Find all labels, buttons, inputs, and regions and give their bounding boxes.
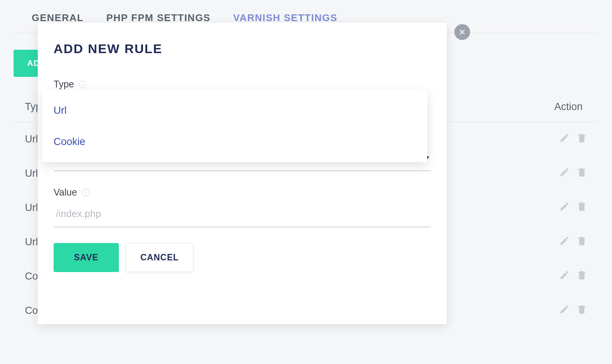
delete-icon[interactable]: [577, 167, 587, 177]
tab-varnish[interactable]: VARNISH SETTINGS: [233, 12, 337, 24]
type-option-url[interactable]: Url: [42, 95, 427, 126]
delete-icon[interactable]: [577, 304, 587, 315]
modal-close[interactable]: [454, 24, 470, 40]
value-label: Value i: [54, 187, 431, 198]
delete-icon[interactable]: [577, 133, 587, 143]
cell-action: [495, 294, 598, 328]
edit-icon[interactable]: [559, 201, 570, 212]
type-dropdown: Url Cookie: [42, 90, 427, 162]
delete-icon[interactable]: [577, 236, 587, 246]
modal-title: ADD NEW RULE: [54, 41, 431, 56]
cell-action: [495, 225, 598, 259]
type-label: Type i: [54, 79, 431, 90]
edit-icon[interactable]: [559, 236, 570, 246]
type-option-cookie[interactable]: Cookie: [42, 126, 427, 158]
close-icon[interactable]: [454, 24, 470, 40]
col-action: Action: [495, 92, 598, 122]
edit-icon[interactable]: [559, 167, 570, 177]
save-button[interactable]: SAVE: [54, 243, 119, 272]
edit-icon[interactable]: [559, 133, 570, 143]
cell-action: [495, 122, 598, 157]
value-input[interactable]: [55, 208, 429, 220]
value-input-row: [54, 202, 431, 227]
value-label-text: Value: [54, 187, 77, 198]
modal-actions: SAVE CANCEL: [54, 243, 431, 272]
add-rule-modal: ADD NEW RULE Type i Exclude Value i SAVE…: [38, 23, 447, 324]
edit-icon[interactable]: [559, 270, 570, 280]
cancel-button[interactable]: CANCEL: [126, 243, 194, 272]
info-icon[interactable]: i: [82, 189, 90, 196]
cell-action: [495, 259, 598, 294]
delete-icon[interactable]: [577, 201, 587, 212]
edit-icon[interactable]: [559, 304, 570, 315]
delete-icon[interactable]: [577, 270, 587, 280]
tab-general[interactable]: GENERAL: [32, 12, 84, 24]
type-label-text: Type: [54, 79, 74, 90]
tab-php-fpm[interactable]: PHP FPM SETTINGS: [106, 12, 211, 24]
cell-action: [495, 191, 598, 225]
info-icon[interactable]: i: [79, 81, 87, 88]
cell-action: [495, 156, 598, 191]
